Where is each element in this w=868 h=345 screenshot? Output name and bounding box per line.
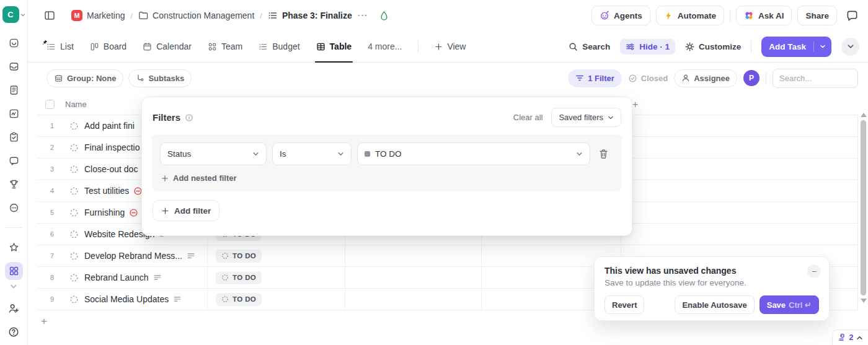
status-badge[interactable]: TO DO [216,271,262,284]
task-name[interactable]: Social Media Updates [84,294,169,304]
breadcrumb-more-button[interactable]: ··· [358,11,368,20]
agent-robot-icon [600,11,609,20]
tab-budget[interactable]: Budget [259,31,299,62]
description-icon[interactable] [173,295,182,304]
saved-filters-dropdown[interactable]: Saved filters [551,108,621,127]
help-icon[interactable] [8,326,19,338]
description-icon[interactable] [153,273,162,282]
tab-calendar[interactable]: Calendar [143,31,192,62]
budget-view-icon [259,42,268,51]
tab-board[interactable]: Board [90,31,126,62]
calendar-view-icon [143,42,152,51]
workspace-switcher[interactable]: C [2,6,25,23]
sidebar-divider [5,227,22,228]
customize-button[interactable]: Customize [685,42,741,51]
breadcrumb-folder[interactable]: Construction Management [138,11,254,20]
filter-operator-select[interactable]: Is [272,142,352,165]
toggle-sidebar-icon[interactable] [44,10,55,21]
whiteboards-icon[interactable] [9,108,19,119]
tasks-clipboard-icon[interactable] [9,132,19,142]
status-badge[interactable]: TO DO [216,250,262,263]
search-button[interactable]: Search [569,42,610,51]
select-all-checkbox[interactable] [45,100,55,109]
space-avatar: M [71,10,82,21]
task-name[interactable]: Add paint fini [84,121,135,131]
minimize-toast-button[interactable]: − [807,264,821,278]
goals-trophy-icon[interactable] [9,179,19,190]
hide-columns-button[interactable]: Hide · 1 [620,39,675,55]
breadcrumb-space[interactable]: M Marketing [71,10,125,21]
revert-button[interactable]: Revert [604,295,644,314]
scroll-up-arrow[interactable] [861,113,867,117]
task-name[interactable]: Develop Rebrand Mess... [84,251,182,261]
gear-icon [685,42,694,51]
assignee-chip[interactable]: Assignee [674,69,737,87]
delete-filter-trash-icon[interactable] [598,149,609,159]
save-view-button[interactable]: Save Ctrl ↵ [760,295,819,314]
more-icon[interactable] [9,203,19,213]
ask-ai-button[interactable]: Ask AI [736,6,792,25]
filter-field-select[interactable]: Status [160,142,267,165]
favorites-star-icon[interactable] [9,242,19,253]
tab-list[interactable]: List [46,31,74,62]
workspace-avatar[interactable]: C [2,6,19,23]
filter-chip-active[interactable]: 1 Filter [568,69,622,87]
task-name[interactable]: Furnishing [84,207,125,217]
task-name[interactable]: Final inspectio [84,142,140,152]
invite-user-icon[interactable] [8,303,19,314]
share-button[interactable]: Share [797,6,837,25]
task-status-circle-icon[interactable] [69,186,79,196]
tab-team[interactable]: Team [208,31,242,62]
live-droplet-icon[interactable] [379,11,389,21]
subtasks-chip[interactable]: Subtasks [128,69,192,87]
task-name[interactable]: Rebrand Launch [84,273,149,282]
group-by-chip[interactable]: Group: None [46,69,123,87]
assignee-avatar[interactable]: P [743,70,760,86]
filter-value-select[interactable]: TO DO [357,142,590,165]
row-number: 9 [45,295,60,303]
chat-bubble-icon[interactable] [846,10,858,22]
add-view-button[interactable]: View [435,31,466,62]
breadcrumb-list[interactable]: Phase 3: Finalize [268,11,352,20]
task-status-circle-icon[interactable] [69,121,79,131]
docs-icon[interactable] [9,85,19,95]
task-name[interactable]: Close-out doc [84,164,138,174]
tab-more-views[interactable]: 4 more... [368,31,402,62]
add-task-caret[interactable] [814,43,831,50]
enable-autosave-button[interactable]: Enable Autosave [675,295,754,314]
tab-table-active[interactable]: Table [316,31,352,62]
scroll-down-arrow[interactable] [861,299,867,303]
task-status-circle-icon[interactable] [69,295,79,304]
clear-all-button[interactable]: Clear all [513,113,543,122]
add-column-button[interactable]: + [632,99,638,110]
clips-icon[interactable] [9,155,19,166]
task-status-circle-icon[interactable] [69,273,79,282]
add-filter-button[interactable]: Add filter [153,200,219,221]
task-status-circle-icon[interactable] [69,251,79,261]
task-status-circle-icon[interactable] [69,143,79,152]
vertical-scrollbar[interactable] [861,113,867,303]
toast-subtitle: Save to update this view for everyone. [604,278,819,287]
sidebar-scroll-caret-icon[interactable] [11,284,17,289]
add-task-button[interactable]: Add Task [761,37,831,57]
scrollbar-thumb[interactable] [861,120,866,295]
description-icon[interactable] [187,251,195,260]
folder-icon [138,11,148,20]
task-name[interactable]: Test utilities [84,186,129,196]
table-search-input[interactable] [773,69,858,88]
agents-button[interactable]: Agents [591,6,650,25]
home-icon[interactable] [9,38,19,48]
task-status-circle-icon[interactable] [69,230,79,239]
filter-field-value: Status [167,149,191,159]
automate-button[interactable]: Automate [656,6,724,25]
closed-toggle[interactable]: Closed [628,74,668,83]
inbox-icon[interactable] [9,61,19,72]
task-status-circle-icon[interactable] [69,208,79,217]
add-nested-filter-button[interactable]: Add nested filter [161,173,613,183]
status-badge[interactable]: TO DO [216,293,262,306]
task-status-circle-icon[interactable] [69,165,79,174]
chevron-down-icon [820,43,826,50]
collapse-header-button[interactable] [841,38,859,56]
online-users-widget[interactable]: 2 [832,330,868,345]
apps-grid-active[interactable] [5,262,23,280]
